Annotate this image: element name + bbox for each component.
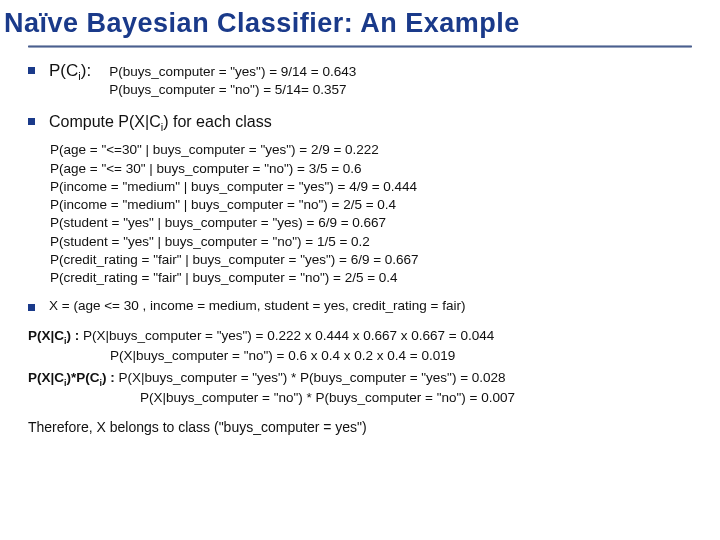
x-tuple-label: X = (age <= 30 , income = medium, studen… (49, 297, 465, 315)
pxci-line2: P(X|buys_computer = "no") = 0.6 x 0.4 x … (110, 348, 455, 363)
pxcipci-line1: P(X|buys_computer = "yes") * P(buys_comp… (119, 370, 506, 385)
cond-line: P(credit_rating = "fair" | buys_computer… (50, 269, 700, 287)
pci-line2: P(buys_computer = "no") = 5/14= 0.357 (109, 82, 346, 97)
page-title: Naïve Bayesian Classifier: An Example (0, 0, 720, 43)
compute-label: Compute P(X|Ci) for each class (49, 111, 272, 135)
pxcipci-line2: P(X|buys_computer = "no") * P(buys_compu… (140, 390, 515, 405)
pxci-line1: P(X|buys_computer = "yes") = 0.222 x 0.4… (83, 328, 494, 343)
pxci-block: P(X|Ci) : P(X|buys_computer = "yes") = 0… (28, 327, 700, 365)
cond-line: P(income = "medium" | buys_computer = "n… (50, 196, 700, 214)
square-bullet-icon (28, 67, 35, 74)
bullet-compute: Compute P(X|Ci) for each class (28, 111, 700, 135)
cond-line: P(student = "yes" | buys_computer = "no"… (50, 233, 700, 251)
divider (28, 45, 692, 48)
cond-line: P(credit_rating = "fair" | buys_computer… (50, 251, 700, 269)
cond-line: P(age = "<=30" | buys_computer = "yes") … (50, 141, 700, 159)
conditional-prob-lines: P(age = "<=30" | buys_computer = "yes") … (28, 141, 700, 287)
cond-line: P(age = "<= 30" | buys_computer = "no") … (50, 160, 700, 178)
bullet-x-tuple: X = (age <= 30 , income = medium, studen… (28, 297, 700, 315)
content-area: P(Ci): P(buys_computer = "yes") = 9/14 =… (0, 56, 720, 436)
conclusion: Therefore, X belongs to class ("buys_com… (28, 418, 700, 437)
pxcipci-block: P(X|Ci)*P(Ci) : P(X|buys_computer = "yes… (28, 369, 700, 407)
square-bullet-icon (28, 304, 35, 311)
square-bullet-icon (28, 118, 35, 125)
pci-label: P(Ci): (49, 60, 91, 84)
pci-line1: P(buys_computer = "yes") = 9/14 = 0.643 (109, 64, 356, 79)
cond-line: P(income = "medium" | buys_computer = "y… (50, 178, 700, 196)
cond-line: P(student = "yes" | buys_computer = "yes… (50, 214, 700, 232)
bullet-pci: P(Ci): P(buys_computer = "yes") = 9/14 =… (28, 60, 700, 99)
